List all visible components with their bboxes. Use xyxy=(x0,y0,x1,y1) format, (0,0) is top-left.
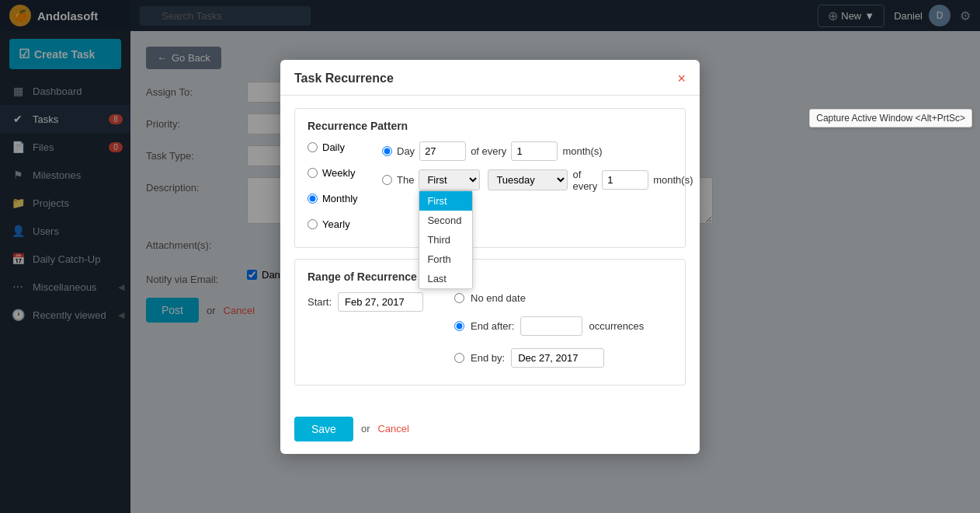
first-select[interactable]: First Second Third Forth Last xyxy=(419,169,480,190)
day-of-week-select[interactable]: Sunday Monday Tuesday Wednesday Thursday… xyxy=(488,169,568,190)
day-text: Day xyxy=(397,145,415,157)
end-by-row: End by: xyxy=(454,348,644,368)
recurrence-pattern-section: Recurrence Pattern Daily Weekly xyxy=(294,108,686,248)
dropdown-item-second[interactable]: Second xyxy=(419,211,472,230)
save-label: Save xyxy=(311,423,336,435)
cancel-button[interactable]: Cancel xyxy=(377,423,408,434)
weekly-radio[interactable] xyxy=(308,168,318,178)
occurrences-input[interactable] xyxy=(520,316,582,336)
of-every2-value-input[interactable] xyxy=(602,170,648,190)
save-button[interactable]: Save xyxy=(294,417,353,441)
monthly-radio-label[interactable]: Monthly xyxy=(308,193,370,204)
pattern-left-radios: Daily Weekly Monthly Yearly xyxy=(308,141,370,236)
monthly-radio[interactable] xyxy=(308,194,318,204)
day-option-radio[interactable] xyxy=(382,146,392,156)
end-after-label: End after: xyxy=(471,320,514,332)
modal-or-text: or xyxy=(361,423,370,434)
yearly-radio[interactable] xyxy=(308,219,318,229)
end-by-label: End by: xyxy=(471,352,505,364)
months2-text: month(s) xyxy=(653,174,693,186)
of-every-text: of every xyxy=(471,145,506,157)
tooltip-box: Capture Active Window <Alt+PrtSc> xyxy=(809,109,972,127)
of-every2-text: of every xyxy=(572,169,597,192)
daily-label: Daily xyxy=(322,141,345,153)
modal-close-button[interactable]: × xyxy=(677,71,686,87)
no-end-label: No end date xyxy=(471,292,526,304)
end-after-row: End after: occurrences xyxy=(454,316,644,336)
dropdown-item-first[interactable]: First xyxy=(419,191,472,211)
tooltip-text: Capture Active Window <Alt+PrtSc> xyxy=(816,113,965,124)
occurrences-label: occurrences xyxy=(589,320,644,332)
daily-radio-label[interactable]: Daily xyxy=(308,141,370,153)
months-text: month(s) xyxy=(562,145,602,157)
start-date-input[interactable] xyxy=(338,292,423,312)
the-text: The xyxy=(397,174,414,186)
dropdown-item-third[interactable]: Third xyxy=(419,230,472,250)
first-dropdown-wrapper: First Second Third Forth Last First Seco… xyxy=(419,169,480,190)
modal-title: Task Recurrence xyxy=(294,72,394,86)
weekly-label: Weekly xyxy=(322,167,355,179)
modal-header: Task Recurrence × xyxy=(280,60,700,96)
yearly-radio-label[interactable]: Yearly xyxy=(308,218,370,230)
day-value-input[interactable] xyxy=(419,141,466,161)
modal-body: Recurrence Pattern Daily Weekly xyxy=(280,96,700,409)
modal-footer: Save or Cancel xyxy=(280,409,700,454)
pattern-right: Day of every month(s) The xyxy=(382,141,693,236)
daily-radio[interactable] xyxy=(308,142,318,152)
start-row: Start: xyxy=(308,292,423,312)
first-dropdown-list: First Second Third Forth Last xyxy=(419,190,473,289)
monthly-label: Monthly xyxy=(322,193,358,204)
range-of-recurrence-section: Range of Recurrence Start: No end date xyxy=(294,259,686,386)
dropdown-item-last[interactable]: Last xyxy=(419,269,472,288)
cancel-label: Cancel xyxy=(377,423,408,434)
end-by-date-input[interactable] xyxy=(511,348,604,368)
modal-overlay[interactable]: Task Recurrence × Recurrence Pattern Dai… xyxy=(0,0,980,513)
recurrence-pattern-title: Recurrence Pattern xyxy=(308,120,672,132)
range-content: Start: No end date End after: xyxy=(308,292,672,374)
no-end-date-row: No end date xyxy=(454,292,644,304)
task-recurrence-modal: Task Recurrence × Recurrence Pattern Dai… xyxy=(280,60,700,454)
of-every-value-input[interactable] xyxy=(511,141,558,161)
end-options: No end date End after: occurrences End b… xyxy=(454,292,644,374)
dropdown-item-forth[interactable]: Forth xyxy=(419,250,472,269)
end-after-radio[interactable] xyxy=(454,321,464,331)
start-label: Start: xyxy=(308,296,332,308)
no-end-date-radio[interactable] xyxy=(454,293,464,303)
weekly-radio-label[interactable]: Weekly xyxy=(308,167,370,179)
yearly-label: Yearly xyxy=(322,218,350,230)
range-section-title: Range of Recurrence xyxy=(308,270,672,283)
pattern-content: Daily Weekly Monthly Yearly xyxy=(308,141,672,236)
day-pattern-line: Day of every month(s) xyxy=(382,141,693,161)
end-by-radio[interactable] xyxy=(454,353,464,363)
the-option-radio[interactable] xyxy=(382,175,392,185)
the-pattern-line: The First Second Third Forth Last xyxy=(382,169,693,192)
